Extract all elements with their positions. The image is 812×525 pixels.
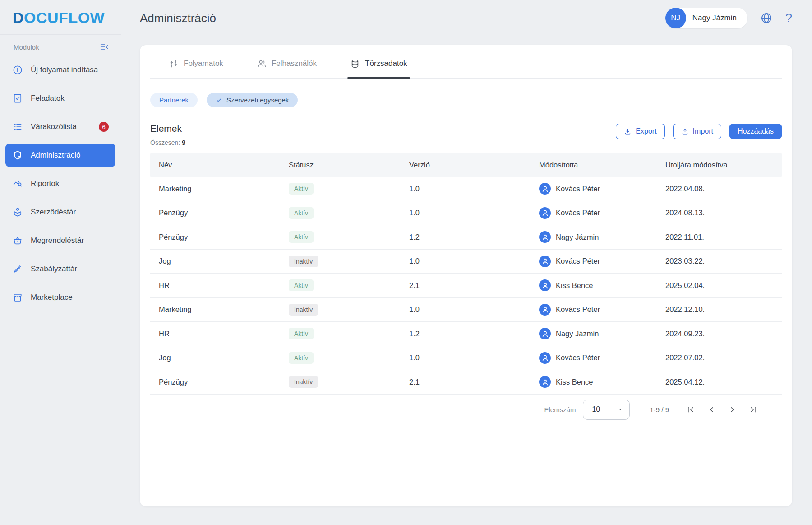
cell-name: Jog <box>150 257 280 265</box>
table-row[interactable]: Pénzügy Aktív 1.2 Nagy Jázmin 2022.11.01… <box>150 225 782 250</box>
page-title: Adminisztráció <box>140 11 216 25</box>
cell-name: HR <box>150 330 280 338</box>
cell-version: 1.2 <box>401 330 531 338</box>
last-page-button[interactable] <box>747 404 758 415</box>
modified-by-name: Nagy Jázmin <box>556 233 599 242</box>
table-row[interactable]: Marketing Aktív 1.0 Kovács Péter 2022.04… <box>150 177 782 201</box>
cell-modified-by: Nagy Jázmin <box>531 231 657 243</box>
status-badge: Inaktív <box>289 376 318 388</box>
sidebar-item-feladatok[interactable]: Feladatok <box>5 87 115 110</box>
export-button[interactable]: Export <box>616 124 664 139</box>
sidebar-item-marketplace[interactable]: Marketplace <box>5 286 115 309</box>
modified-by-name: Kovács Péter <box>556 257 600 265</box>
modified-by-name: Kovács Péter <box>556 209 600 217</box>
task-document-icon <box>12 93 23 104</box>
page-size-select[interactable]: 10 <box>583 400 630 420</box>
users-icon <box>257 59 267 69</box>
cell-modified-by: Kovács Péter <box>531 352 657 364</box>
chip-partnerek[interactable]: Partnerek <box>150 93 198 107</box>
content-card: Folyamatok Felhasználók Törzsadatok Part… <box>140 45 792 506</box>
modified-by-name: Kovács Péter <box>556 305 600 314</box>
workflow-icon <box>169 59 179 69</box>
tab-folyamatok[interactable]: Folyamatok <box>166 45 226 78</box>
items-table: Név Státusz Verzió Módosította Utoljára … <box>150 153 782 395</box>
sidebar-item-adminisztracio[interactable]: Adminisztráció <box>5 144 115 167</box>
sidebar-item-varakozolista[interactable]: Várakozólista 6 <box>5 115 115 139</box>
cell-name: Pénzügy <box>150 233 280 242</box>
table-row[interactable]: Pénzügy Inaktív 2.1 Kiss Bence 2025.04.1… <box>150 370 782 395</box>
sidebar-item-label: Adminisztráció <box>31 151 81 160</box>
table-row[interactable]: Marketing Inaktív 1.0 Kovács Péter 2022.… <box>150 298 782 322</box>
status-badge: Aktív <box>289 328 314 339</box>
policy-pen-icon <box>12 264 23 274</box>
sidebar-item-megrendelestar[interactable]: Megrendeléstár <box>5 229 115 252</box>
user-menu[interactable]: NJ Nagy Jázmin <box>665 8 747 28</box>
tab-label: Felhasználók <box>272 59 317 68</box>
cell-modified-at: 2022.07.02. <box>657 353 782 362</box>
user-avatar-icon <box>539 376 551 388</box>
status-badge: Aktív <box>289 207 314 219</box>
status-badge: Aktív <box>289 352 314 364</box>
cell-name: HR <box>150 281 280 290</box>
status-badge: Inaktív <box>289 304 318 316</box>
add-button[interactable]: Hozzáadás <box>729 124 782 139</box>
col-verzio: Verzió <box>401 161 531 169</box>
previous-page-button[interactable] <box>706 404 717 415</box>
plus-circle-icon <box>12 65 23 75</box>
filter-chips: Partnerek Szervezeti egységek <box>150 93 782 107</box>
sidebar-item-szabalyzattar[interactable]: Szabályzattár <box>5 257 115 281</box>
cell-status: Aktív <box>280 279 401 291</box>
cell-version: 2.1 <box>401 378 531 386</box>
sidebar-item-uj-folyamat[interactable]: Új folyamat indítása <box>5 58 115 82</box>
table-body: Marketing Aktív 1.0 Kovács Péter 2022.04… <box>150 177 782 395</box>
col-statusz: Státusz <box>280 161 401 169</box>
user-avatar-icon <box>539 328 551 339</box>
cell-status: Aktív <box>280 183 401 195</box>
cell-version: 1.0 <box>401 209 531 217</box>
sidebar-item-szerzodestar[interactable]: Szerződéstár <box>5 200 115 224</box>
chip-label: Partnerek <box>159 96 189 104</box>
chevron-down-icon <box>618 407 623 412</box>
chip-szervezeti-egysegek[interactable]: Szervezeti egységek <box>207 93 298 107</box>
table-row[interactable]: HR Aktív 2.1 Kiss Bence 2025.02.04. <box>150 274 782 298</box>
sidebar-item-riportok[interactable]: Riportok <box>5 172 115 195</box>
modified-by-name: Kiss Bence <box>556 378 593 386</box>
cell-name: Jog <box>150 353 280 362</box>
help-icon[interactable]: ? <box>785 11 792 25</box>
cell-version: 1.0 <box>401 257 531 265</box>
next-page-button[interactable] <box>727 404 738 415</box>
cell-modified-by: Kovács Péter <box>531 256 657 267</box>
app-logo: DOCUFLOW <box>0 0 121 25</box>
tab-felhasznalok[interactable]: Felhasználók <box>254 45 319 78</box>
table-row[interactable]: Jog Aktív 1.0 Kovács Péter 2022.07.02. <box>150 346 782 371</box>
order-basket-icon <box>12 235 23 246</box>
cell-modified-at: 2023.03.22. <box>657 257 782 265</box>
col-nev: Név <box>150 161 280 169</box>
pagination: Elemszám 10 1-9 / 9 <box>150 400 782 420</box>
section-title: Elemek <box>150 123 185 134</box>
cell-modified-by: Kiss Bence <box>531 279 657 291</box>
cell-version: 2.1 <box>401 281 531 290</box>
cell-status: Aktív <box>280 231 401 243</box>
modified-by-name: Kovács Péter <box>556 353 600 362</box>
table-row[interactable]: Jog Inaktív 1.0 Kovács Péter 2023.03.22. <box>150 250 782 274</box>
download-icon <box>624 128 632 135</box>
sidebar-item-label: Riportok <box>31 179 59 188</box>
import-button[interactable]: Import <box>673 124 721 139</box>
table-row[interactable]: HR Aktív 1.2 Nagy Jázmin 2024.09.23. <box>150 322 782 346</box>
page-size-value: 10 <box>592 405 600 413</box>
cell-modified-at: 2025.02.04. <box>657 281 782 290</box>
user-avatar-icon <box>539 304 551 316</box>
tab-torzsadatok[interactable]: Törzsadatok <box>347 45 410 78</box>
col-utoljara-modositva: Utoljára módosítva <box>657 161 782 169</box>
first-page-button[interactable] <box>685 404 696 415</box>
cell-modified-at: 2024.09.23. <box>657 330 782 338</box>
total-count: Összesen: 9 <box>150 139 185 146</box>
table-row[interactable]: Pénzügy Aktív 1.0 Kovács Péter 2024.08.1… <box>150 201 782 226</box>
status-badge: Aktív <box>289 279 314 291</box>
status-badge: Aktív <box>289 183 314 195</box>
admin-shield-icon <box>12 150 23 161</box>
language-globe-icon[interactable] <box>760 12 773 24</box>
storefront-icon <box>12 292 23 303</box>
collapse-sidebar-icon[interactable] <box>99 42 109 52</box>
